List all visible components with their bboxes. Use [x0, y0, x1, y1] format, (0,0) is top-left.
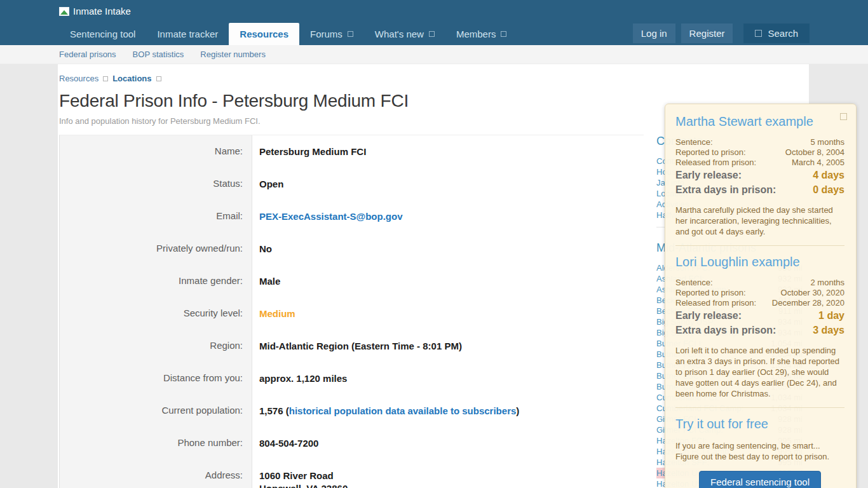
- tab-forums[interactable]: Forums: [299, 23, 364, 45]
- row-label: Extra days in prison:: [675, 182, 776, 197]
- secondary-nav: Federal prisons BOP statistics Register …: [0, 45, 868, 64]
- brand-name: Inmate Intake: [73, 6, 131, 17]
- row-value: 0 days: [813, 182, 844, 197]
- breadcrumb-locations[interactable]: Locations: [112, 74, 151, 83]
- row-value: Open: [252, 168, 644, 200]
- extra-days-row: Extra days in prison: 0 days: [675, 182, 844, 197]
- table-row-email: Email: PEX-ExecAssistant-S@bop.gov: [60, 200, 644, 233]
- martha-example-title: Martha Stewart example: [675, 114, 844, 129]
- lori-note: Lori left it to chance and ended up spen…: [675, 345, 844, 399]
- row-label: Email:: [60, 200, 252, 233]
- breadcrumb: Resources Locations: [59, 74, 809, 83]
- extra-days-row: Extra days in prison: 3 days: [675, 323, 844, 337]
- population-history-link[interactable]: historical population data available to …: [289, 405, 517, 416]
- dropdown-icon: [429, 31, 435, 37]
- breadcrumb-resources[interactable]: Resources: [59, 74, 98, 83]
- dropdown-icon: [348, 31, 353, 37]
- table-row-status: Status: Open: [60, 168, 644, 200]
- tab-label: Forums: [310, 29, 342, 39]
- example-row: Released from prison: December 28, 2020: [675, 298, 844, 308]
- population-count: 1,576: [259, 405, 283, 416]
- tab-members[interactable]: Members: [445, 23, 518, 45]
- search-icon: [755, 30, 762, 37]
- address-line2: Hopewell, VA 23860: [259, 482, 644, 488]
- table-row-phone: Phone number: 804-504-7200: [60, 427, 644, 459]
- row-label: Privately owned/run:: [60, 233, 252, 265]
- early-release-row: Early release: 4 days: [675, 168, 844, 182]
- row-label: Reported to prison:: [675, 288, 746, 298]
- row-label: Extra days in prison:: [675, 323, 776, 337]
- address-value: 1060 River Road Hopewell, VA 23860: [252, 459, 644, 488]
- breadcrumb-separator-icon: [156, 76, 161, 81]
- tab-whats-new[interactable]: What's new: [364, 23, 445, 45]
- early-release-row: Early release: 1 day: [675, 308, 844, 323]
- divider: [675, 245, 844, 246]
- tab-inmate-tracker[interactable]: Inmate tracker: [146, 23, 229, 45]
- row-label: Distance from you:: [60, 362, 252, 395]
- search-button[interactable]: Search: [743, 24, 810, 43]
- row-label: Security level:: [60, 297, 252, 330]
- register-button[interactable]: Register: [681, 24, 733, 43]
- breadcrumb-separator-icon: [103, 76, 108, 81]
- paren: ): [516, 405, 519, 416]
- table-row-private: Privately owned/run: No: [60, 233, 644, 265]
- tab-label: Members: [456, 29, 496, 39]
- navbar-right: Log in Register Search: [633, 24, 810, 43]
- row-label: Phone number:: [60, 427, 252, 459]
- top-navbar: Inmate Intake Sentencing tool Inmate tra…: [0, 0, 868, 45]
- subnav-federal-prisons[interactable]: Federal prisons: [59, 50, 116, 59]
- sentencing-examples-popup: Martha Stewart example Sentence: 5 month…: [665, 104, 857, 488]
- dropdown-icon: [501, 31, 506, 37]
- table-row-address: Address: 1060 River Road Hopewell, VA 23…: [60, 459, 644, 488]
- row-value: Petersburg Medium FCI: [252, 135, 644, 168]
- row-value: 5 months: [811, 137, 844, 147]
- row-value: 3 days: [813, 323, 844, 337]
- row-label: Region:: [60, 330, 252, 362]
- logo-broken-image-icon: [59, 7, 69, 16]
- row-label: Sentence:: [675, 137, 713, 147]
- prison-info-table: Name: Petersburg Medium FCI Status: Open…: [59, 135, 644, 488]
- tab-label: What's new: [375, 29, 424, 39]
- row-label: Inmate gender:: [60, 265, 252, 297]
- tab-sentencing-tool[interactable]: Sentencing tool: [59, 23, 146, 45]
- address-line1: 1060 River Road: [259, 470, 644, 482]
- row-value: 804-504-7200: [252, 427, 644, 459]
- row-label: Status:: [60, 168, 252, 200]
- row-value: Mid-Atlantic Region (Eastern Time - 8:01…: [252, 330, 644, 362]
- row-value: 1 day: [818, 308, 844, 323]
- cta-title: Try it out for free: [675, 417, 844, 431]
- security-level-value: Medium: [252, 297, 644, 330]
- close-icon[interactable]: [840, 113, 847, 120]
- example-row: Sentence: 5 months: [675, 137, 844, 147]
- tab-label: Sentencing tool: [70, 29, 135, 39]
- row-label: Current population:: [60, 395, 252, 427]
- row-label: Released from prison:: [675, 298, 756, 308]
- row-value: No: [252, 233, 644, 265]
- example-row: Released from prison: March 4, 2005: [675, 158, 844, 168]
- row-label: Early release:: [675, 308, 742, 323]
- row-value: March 4, 2005: [792, 158, 844, 168]
- subnav-bop-statistics[interactable]: BOP statistics: [133, 50, 184, 59]
- table-row-region: Region: Mid-Atlantic Region (Eastern Tim…: [60, 330, 644, 362]
- martha-note: Martha carefully picked the day she star…: [675, 205, 844, 237]
- row-value: October 8, 2004: [785, 147, 844, 158]
- table-row-security: Security level: Medium: [60, 297, 644, 330]
- row-label: Early release:: [675, 168, 742, 182]
- tab-resources[interactable]: Resources: [229, 23, 299, 45]
- row-label: Sentence:: [675, 278, 713, 288]
- row-value: 4 days: [813, 168, 844, 182]
- federal-sentencing-tool-button[interactable]: Federal sentencing tool: [699, 471, 821, 488]
- subnav-register-numbers[interactable]: Register numbers: [200, 50, 266, 59]
- row-label: Reported to prison:: [675, 147, 746, 158]
- tab-label: Resources: [240, 29, 288, 39]
- email-link[interactable]: PEX-ExecAssistant-S@bop.gov: [259, 211, 403, 222]
- main-menu: Sentencing tool Inmate tracker Resources…: [59, 23, 517, 45]
- divider: [675, 407, 844, 408]
- row-label: Address:: [60, 459, 252, 488]
- table-row-population: Current population: 1,576 (historical po…: [60, 395, 644, 427]
- row-label: Name:: [60, 135, 252, 168]
- login-button[interactable]: Log in: [633, 24, 675, 43]
- brand[interactable]: Inmate Intake: [0, 0, 868, 17]
- example-row: Sentence: 2 months: [675, 278, 844, 288]
- tab-label: Inmate tracker: [157, 29, 218, 39]
